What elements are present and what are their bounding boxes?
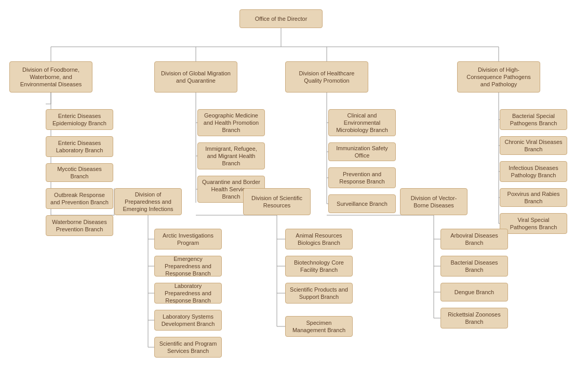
immigrant-label: Immigrant, Refugee, and Migrant Health B… <box>202 145 260 167</box>
immigrant-node: Immigrant, Refugee, and Migrant Health B… <box>197 142 265 169</box>
geo-medicine-label: Geographic Medicine and Health Promotion… <box>202 112 260 134</box>
clinical-env-node: Clinical and Environmental Microbiology … <box>328 109 396 136</box>
div-healthcare-label: Division of Healthcare Quality Promotion <box>290 70 364 85</box>
enteric-epi-label: Enteric Diseases Epidemiology Branch <box>50 112 109 127</box>
prevention-response-node: Prevention and Response Branch <box>328 167 396 188</box>
rickettsial-node: Rickettsial Zoonoses Branch <box>440 308 508 328</box>
div-highconsequence-node: Division of High-Consequence Pathogens a… <box>457 61 540 93</box>
arctic-node: Arctic Investigations Program <box>154 229 222 249</box>
biotech-label: Biotechnology Core Facility Branch <box>290 259 348 274</box>
div-global-node: Division of Global Migration and Quarant… <box>154 61 237 93</box>
scientific-program-node: Scientific and Program Services Branch <box>154 337 222 358</box>
waterborne-label: Waterborne Diseases Prevention Branch <box>50 218 109 233</box>
scientific-program-label: Scientific and Program Services Branch <box>159 340 217 355</box>
chronic-viral-label: Chronic Viral Diseases Branch <box>504 138 563 153</box>
rickettsial-label: Rickettsial Zoonoses Branch <box>445 311 503 326</box>
poxvirus-label: Poxvirus and Rabies Branch <box>504 190 563 205</box>
biotech-node: Biotechnology Core Facility Branch <box>285 256 353 277</box>
lab-systems-label: Laboratory Systems Development Branch <box>159 313 217 328</box>
chronic-viral-node: Chronic Viral Diseases Branch <box>500 136 567 155</box>
outbreak-node: Outbreak Response and Prevention Branch <box>46 188 113 209</box>
office-director-node: Office of the Director <box>239 9 323 28</box>
waterborne-node: Waterborne Diseases Prevention Branch <box>46 215 113 236</box>
immunization-node: Immunization Safety Office <box>328 142 396 161</box>
lab-systems-node: Laboratory Systems Development Branch <box>154 310 222 331</box>
infectious-path-node: Infectious Diseases Pathology Branch <box>500 161 567 182</box>
viral-special-node: Viral Special Pathogens Branch <box>500 213 567 234</box>
arctic-label: Arctic Investigations Program <box>159 232 217 247</box>
surveillance-label: Surveillance Branch <box>337 200 387 207</box>
mycotic-label: Mycotic Diseases Branch <box>50 165 109 180</box>
animal-resources-node: Animal Resources Biologics Branch <box>285 229 353 249</box>
bacterial-special-label: Bacterial Special Pathogens Branch <box>504 112 563 127</box>
dengue-node: Dengue Branch <box>440 283 508 301</box>
scientific-products-label: Scientific Products and Support Branch <box>290 286 348 301</box>
div-preparedness-node: Division of Preparedness and Emerging In… <box>114 188 182 215</box>
dengue-label: Dengue Branch <box>455 288 494 296</box>
office-director-label: Office of the Director <box>255 15 308 22</box>
mycotic-node: Mycotic Diseases Branch <box>46 163 113 182</box>
clinical-env-label: Clinical and Environmental Microbiology … <box>333 112 391 134</box>
enteric-lab-node: Enteric Diseases Laboratory Branch <box>46 136 113 157</box>
div-global-label: Division of Global Migration and Quarant… <box>159 70 233 85</box>
org-chart: Office of the DirectorDivision of Foodbo… <box>0 0 588 16</box>
arboviral-node: Arboviral Diseases Branch <box>440 229 508 249</box>
div-healthcare-node: Division of Healthcare Quality Promotion <box>285 61 368 93</box>
arboviral-label: Arboviral Diseases Branch <box>445 232 503 247</box>
scientific-products-node: Scientific Products and Support Branch <box>285 283 353 304</box>
outbreak-label: Outbreak Response and Prevention Branch <box>50 191 109 206</box>
bacterial-diseases-node: Bacterial Diseases Branch <box>440 256 508 277</box>
div-foodborne-label: Division of Foodborne, Waterborne, and E… <box>14 66 88 88</box>
infectious-path-label: Infectious Diseases Pathology Branch <box>504 164 563 179</box>
prevention-response-label: Prevention and Response Branch <box>333 170 391 186</box>
div-preparedness-label: Division of Preparedness and Emerging In… <box>119 191 177 213</box>
bacterial-special-node: Bacterial Special Pathogens Branch <box>500 109 567 130</box>
lab-prep-label: Laboratory Preparedness and Response Bra… <box>159 282 217 305</box>
surveillance-node: Surveillance Branch <box>328 194 396 213</box>
animal-resources-label: Animal Resources Biologics Branch <box>290 232 348 247</box>
lab-prep-node: Laboratory Preparedness and Response Bra… <box>154 283 222 304</box>
bacterial-diseases-label: Bacterial Diseases Branch <box>445 259 503 274</box>
div-vectorborne-node: Division of Vector-Borne Diseases <box>400 188 467 215</box>
poxvirus-node: Poxvirus and Rabies Branch <box>500 188 567 207</box>
immunization-label: Immunization Safety Office <box>333 144 391 160</box>
enteric-epi-node: Enteric Diseases Epidemiology Branch <box>46 109 113 130</box>
specimen-node: Specimen Management Branch <box>285 316 353 337</box>
emergency-prep-node: Emergency Preparedness and Response Bran… <box>154 256 222 277</box>
div-foodborne-node: Division of Foodborne, Waterborne, and E… <box>9 61 92 93</box>
geo-medicine-node: Geographic Medicine and Health Promotion… <box>197 109 265 136</box>
div-scientific-node: Division of Scientific Resources <box>243 188 311 215</box>
div-vectorborne-label: Division of Vector-Borne Diseases <box>405 194 463 209</box>
div-scientific-label: Division of Scientific Resources <box>248 194 306 209</box>
viral-special-label: Viral Special Pathogens Branch <box>504 216 563 231</box>
emergency-prep-label: Emergency Preparedness and Response Bran… <box>159 255 217 278</box>
enteric-lab-label: Enteric Diseases Laboratory Branch <box>50 139 109 154</box>
specimen-label: Specimen Management Branch <box>290 319 348 334</box>
div-highconsequence-label: Division of High-Consequence Pathogens a… <box>462 66 536 88</box>
